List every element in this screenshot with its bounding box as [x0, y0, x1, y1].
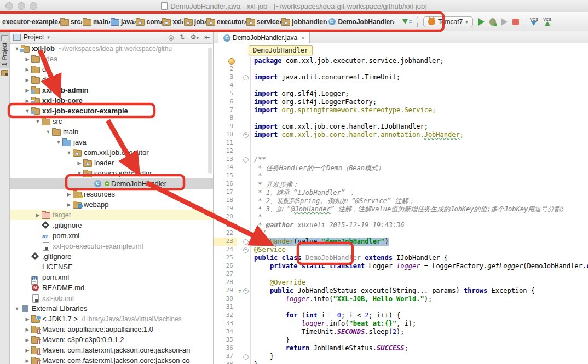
editor-tab[interactable]: C DemoJobHandler.java ×	[218, 31, 310, 43]
tree-item-main[interactable]: ▼main	[10, 126, 213, 137]
tree-item-.gitignore[interactable]: .gitignore	[10, 251, 213, 262]
code-line-15[interactable]: 15 *	[214, 172, 588, 180]
code-line-32[interactable]: 32 for (int i = 0; i < 2; i++) {	[214, 311, 588, 320]
debug-button[interactable]	[489, 18, 496, 26]
code-line-26[interactable]: 26 private static transient Logger logge…	[214, 262, 588, 270]
code-area[interactable]: DemoJobHandler 1package com.xxl.job.exec…	[214, 43, 588, 364]
tree-expand-icon[interactable]: ▶	[24, 348, 31, 353]
tree-item-target[interactable]: ▶target	[10, 210, 213, 220]
code-line-2[interactable]: 2	[214, 65, 588, 73]
tree-expand-icon[interactable]: ▶	[24, 316, 31, 322]
code-line-23[interactable]: 23−@JobHander(value="demoJobHandler")	[214, 238, 588, 246]
tree-item--JDK1.7-[interactable]: ▶< JDK1.7 >/Library/Java/JavaVirtualMach…	[10, 314, 213, 324]
close-tab-icon[interactable]: ×	[301, 34, 304, 41]
vcs-update-button[interactable]: VCS	[530, 18, 538, 26]
tree-item-Maven-c3p0-c3p0-0.9.1.2[interactable]: ▶Maven: c3p0:c3p0:0.9.1.2	[10, 334, 213, 345]
code-line-4[interactable]: 4	[214, 82, 588, 90]
breadcrumb-item-executor[interactable]: executor	[206, 18, 244, 26]
settings-gear-icon[interactable]: ⚙▾	[191, 33, 199, 41]
tree-item-LICENSE[interactable]: LICENSE	[10, 262, 213, 272]
code-line-3[interactable]: 3−import java.util.concurrent.TimeUnit;	[214, 73, 588, 82]
fold-icon[interactable]: −	[243, 354, 249, 360]
code-line-12[interactable]: 12	[214, 147, 588, 155]
tree-item-xxl-job-executor-example[interactable]: ▼xxl-job-executor-example	[10, 106, 213, 116]
code-line-13[interactable]: 13−/**	[214, 155, 588, 164]
tree-item-com.xxl.job.executor[interactable]: ▼com.xxl.job.executor	[10, 147, 213, 158]
collapse-panel-icon[interactable]: ⇤	[204, 33, 210, 41]
code-line-36[interactable]: 36 return JobHandleStatus.SUCCESS;	[214, 344, 588, 353]
tree-expand-icon[interactable]: ▶	[76, 160, 83, 166]
code-line-33[interactable]: 33 logger.info("beat at:{}", i);	[214, 320, 588, 328]
project-toolwindow-tab[interactable]: 1: Project	[0, 31, 9, 68]
code-line-18[interactable]: 18 * 2、装配到Spring, 例如加 “@Service” 注解；	[214, 197, 588, 205]
tree-expand-icon[interactable]: ▼	[76, 171, 83, 176]
tree-item-resources[interactable]: ▶resources	[10, 189, 213, 199]
tree-expand-icon[interactable]: ▶	[24, 358, 31, 363]
breadcrumb-item-java[interactable]: java	[111, 18, 134, 26]
run-configuration-select[interactable]: Tomcat7 ▾	[423, 16, 473, 27]
fold-icon[interactable]: −	[243, 247, 249, 253]
code-line-22[interactable]: 22 */	[214, 229, 588, 238]
code-line-17[interactable]: 17 * 1、继承 “IJobHandler” ；	[214, 188, 588, 197]
coverage-button[interactable]	[501, 18, 508, 26]
scroll-from-source-icon[interactable]: ⇅	[180, 33, 185, 41]
tree-expand-icon[interactable]: ▼	[13, 306, 21, 311]
fold-icon[interactable]: −	[243, 288, 249, 294]
tree-expand-icon[interactable]: ▶	[34, 212, 42, 218]
tree-item-xxl-job-core[interactable]: ▶xxl-job-core	[10, 95, 213, 106]
navigate-down-icon[interactable]	[402, 19, 412, 24]
code-line-38[interactable]: 38}	[214, 361, 588, 364]
code-line-20[interactable]: 20 *	[214, 213, 588, 221]
locate-icon[interactable]: ◎	[168, 33, 174, 41]
code-line-35[interactable]: 35 }	[214, 336, 588, 344]
breadcrumb-item-DemoJobHandler[interactable]: CDemoJobHandler	[328, 18, 393, 26]
tree-expand-icon[interactable]: ▼	[44, 129, 52, 135]
code-line-10[interactable]: 10−import com.xxl.job.core.handler.annot…	[214, 131, 588, 139]
tree-item-pom.xml[interactable]: mpom.xml	[10, 272, 213, 282]
project-folder-icon[interactable]	[1, 70, 8, 76]
vcs-commit-button[interactable]: VCS	[543, 18, 551, 26]
run-button[interactable]	[478, 18, 485, 26]
stop-button[interactable]	[512, 19, 519, 25]
tree-expand-icon[interactable]: ▼	[65, 150, 73, 155]
tree-item-xxl-job[interactable]: ▼xxl-job~/workspaces/idea-git-workspace/…	[10, 43, 213, 54]
code-line-6[interactable]: 6import org.slf4j.LoggerFactory;	[214, 98, 588, 106]
fold-icon[interactable]: −	[243, 75, 249, 80]
tree-item-webapp[interactable]: ▶webapp	[10, 199, 213, 210]
tree-item-Maven-com.fasterxml.jackson.core-jackson-an[interactable]: ▶Maven: com.fasterxml.jackson.core:jacks…	[10, 345, 213, 355]
tree-item-DemoJobHandler[interactable]: CDemoJobHandler	[10, 178, 213, 189]
tree-item-pom.xml[interactable]: mpom.xml	[10, 230, 213, 241]
tree-expand-icon[interactable]: ▶	[24, 337, 31, 343]
code-line-1[interactable]: 1package com.xxl.job.executor.service.jo…	[214, 57, 588, 65]
code-line-8[interactable]: 8	[214, 114, 588, 123]
code-line-5[interactable]: 5import org.slf4j.Logger;	[214, 90, 588, 98]
code-line-19[interactable]: 19 * 3、加 “@JobHander” 注解，注解value值为新增任务生成…	[214, 205, 588, 213]
tree-item-xxl-job-executor-example.iml[interactable]: xxl-job-executor-example.iml	[10, 241, 213, 251]
tree-expand-icon[interactable]: ▶	[65, 202, 73, 207]
breadcrumb-item-com[interactable]: com	[136, 18, 160, 26]
fold-icon[interactable]: −	[243, 132, 249, 138]
code-line-25[interactable]: 25public class DemoJobHandler extends IJ…	[214, 254, 588, 262]
code-line-37[interactable]: 37− }	[214, 353, 588, 361]
code-line-34[interactable]: 34 TimeUnit.SECONDS.sleep(2);	[214, 328, 588, 336]
overrides-method-icon[interactable]: ↑	[238, 288, 241, 294]
code-line-9[interactable]: 9import com.xxl.job.core.handler.IJobHan…	[214, 123, 588, 131]
fold-icon[interactable]: −	[243, 157, 249, 163]
tree-expand-icon[interactable]: ▶	[65, 192, 73, 197]
chevron-down-icon[interactable]: ▾	[47, 34, 50, 40]
code-line-29[interactable]: 29−↑ public JobHandleStatus execute(Stri…	[214, 287, 588, 295]
tree-item-service.jobhandler[interactable]: ▼service.jobhandler	[10, 168, 213, 178]
tree-item-doc[interactable]: ▶doc	[10, 74, 213, 85]
tree-item-.gitignore[interactable]: .gitignore	[10, 220, 213, 230]
tree-expand-icon[interactable]: ▼	[55, 140, 62, 145]
tree-item-Maven-com.fasterxml.jackson.core-jackson-co[interactable]: ▶Maven: com.fasterxml.jackson.core:jacks…	[10, 355, 213, 364]
tree-expand-icon[interactable]: ▼	[34, 119, 42, 124]
breadcrumb-item-main[interactable]: main	[83, 18, 108, 26]
tree-item-README.md[interactable]: MREADME.md	[10, 282, 213, 293]
breadcrumb-item-job[interactable]: job	[184, 18, 204, 26]
tree-item-loader[interactable]: ▶loader	[10, 158, 213, 168]
code-line-27[interactable]: 27	[214, 270, 588, 279]
tree-item-External-Libraries[interactable]: ▼External Libraries	[10, 303, 213, 314]
tree-item-xxl-job-admin[interactable]: ▶xxl-job-admin	[10, 85, 213, 95]
code-line-30[interactable]: 30 logger.info("XXL-JOB, Hello World.");	[214, 295, 588, 303]
